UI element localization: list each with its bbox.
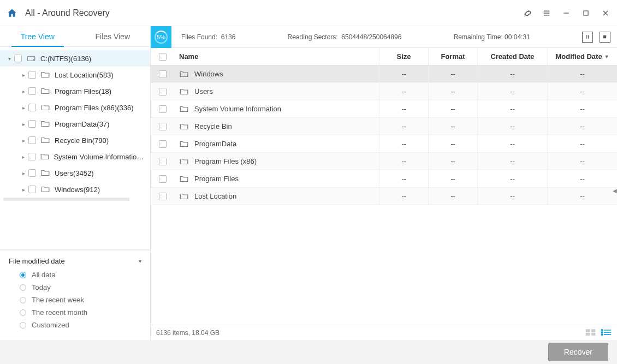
app-title: All - Around Recovery	[25, 8, 522, 18]
table-row[interactable]: Recycle Bin--------	[151, 118, 617, 135]
checkbox[interactable]	[159, 70, 167, 78]
header-name[interactable]: Name	[175, 48, 379, 65]
svg-rect-11	[601, 331, 603, 333]
table-footer: 6136 items, 18.04 GB	[151, 325, 617, 340]
cell-format: --	[428, 100, 477, 117]
svg-rect-1	[584, 10, 588, 15]
cell-created: --	[477, 135, 547, 152]
filter-option[interactable]: The recent week	[9, 296, 141, 304]
checkbox[interactable]	[28, 169, 36, 177]
grid-view-button[interactable]	[585, 329, 596, 337]
radio[interactable]	[20, 284, 26, 291]
stop-button[interactable]	[600, 32, 610, 43]
svg-rect-5	[586, 329, 590, 332]
tree-item[interactable]: ▸ProgramData(37)	[0, 116, 150, 132]
table-row[interactable]: ProgramData--------	[151, 135, 617, 153]
filter-title: File modified date	[9, 257, 65, 265]
checkbox[interactable]	[159, 158, 167, 165]
close-button[interactable]	[601, 8, 610, 18]
key-icon[interactable]	[522, 8, 532, 18]
list-view-button[interactable]	[601, 329, 612, 337]
tab-files-view[interactable]: Files View	[75, 26, 151, 46]
checkbox[interactable]	[14, 55, 22, 62]
chevron-right-icon[interactable]: ▸	[20, 169, 27, 177]
chevron-right-icon[interactable]: ▸	[20, 71, 27, 79]
cell-name: Program Files (x86)	[194, 157, 257, 165]
checkbox[interactable]	[28, 186, 36, 193]
header-size[interactable]: Size	[379, 48, 428, 65]
tree-item[interactable]: ▸Users(3452)	[0, 165, 150, 181]
tree-item[interactable]: ▸System Volume Information(6)	[0, 148, 150, 165]
pause-button[interactable]	[582, 32, 593, 43]
maximize-button[interactable]	[581, 8, 591, 18]
radio[interactable]	[20, 272, 26, 278]
filter-option[interactable]: Customized	[9, 321, 141, 329]
chevron-right-icon[interactable]: ▸	[20, 120, 27, 128]
recover-button[interactable]: Recover	[548, 343, 608, 361]
chevron-right-icon[interactable]: ▸	[20, 186, 27, 193]
header-format[interactable]: Format	[428, 48, 477, 65]
cell-format: --	[428, 188, 477, 205]
scrollbar[interactable]	[3, 198, 147, 201]
folder-icon	[40, 135, 50, 145]
checkbox[interactable]	[28, 104, 36, 111]
svg-rect-8	[591, 332, 596, 335]
checkbox[interactable]	[159, 175, 167, 183]
table-row[interactable]: System Volume Information--------	[151, 100, 617, 118]
folder-icon	[40, 70, 50, 80]
header-checkbox[interactable]	[151, 48, 175, 65]
checkbox[interactable]	[28, 71, 36, 79]
checkbox[interactable]	[28, 136, 36, 144]
checkbox[interactable]	[159, 123, 167, 130]
checkbox[interactable]	[159, 193, 167, 200]
cell-format: --	[428, 83, 477, 100]
menu-icon[interactable]	[542, 8, 551, 18]
tree-root-label: C:(NTFS)(6136)	[40, 55, 91, 63]
chevron-right-icon[interactable]: ▸	[20, 104, 27, 111]
filter-header[interactable]: File modified date ▾	[9, 257, 141, 265]
chevron-down-icon[interactable]: ▾	[5, 55, 13, 62]
home-icon[interactable]	[7, 8, 17, 19]
folder-icon	[179, 69, 189, 79]
cell-modified: --	[547, 83, 617, 100]
radio[interactable]	[20, 309, 26, 316]
tree-item[interactable]: ▸Lost Location(583)	[0, 67, 150, 83]
checkbox[interactable]	[159, 105, 167, 113]
checkbox[interactable]	[28, 120, 36, 128]
filter-option[interactable]: Today	[9, 283, 141, 291]
tree-item[interactable]: ▸Program Files (x86)(336)	[0, 99, 150, 116]
minimize-button[interactable]	[561, 8, 571, 18]
chevron-right-icon[interactable]: ▸	[20, 87, 27, 95]
folder-icon	[40, 152, 50, 162]
filter-option-label: The recent week	[32, 296, 84, 304]
radio[interactable]	[20, 322, 26, 329]
tree-item[interactable]: ▸Windows(912)	[0, 181, 150, 198]
tree-root[interactable]: ▾ C:(NTFS)(6136)	[0, 50, 150, 67]
cell-modified: --	[547, 118, 617, 135]
filter-option[interactable]: The recent month	[9, 308, 141, 317]
header-modified[interactable]: Modified Date▼	[547, 48, 617, 65]
radio[interactable]	[20, 297, 26, 303]
checkbox[interactable]	[28, 153, 35, 160]
table-row[interactable]: Program Files (x86)--------	[151, 153, 617, 170]
spinner-icon	[155, 31, 168, 44]
window-controls	[522, 8, 610, 18]
table-row[interactable]: Program Files--------	[151, 170, 617, 188]
svg-rect-14	[604, 334, 611, 335]
cell-modified: --	[547, 65, 617, 82]
checkbox[interactable]	[28, 87, 36, 95]
header-created[interactable]: Created Date	[477, 48, 547, 65]
chevron-right-icon[interactable]: ▸	[19, 153, 27, 160]
checkbox[interactable]	[159, 88, 167, 96]
remaining-time: Remaining Time: 00:04:31	[454, 33, 530, 41]
panel-collapse-toggle[interactable]: ◀	[613, 188, 617, 196]
chevron-right-icon[interactable]: ▸	[20, 136, 27, 144]
table-row[interactable]: Lost Location--------	[151, 188, 617, 205]
table-row[interactable]: Users--------	[151, 83, 617, 100]
tab-tree-view[interactable]: Tree View	[0, 26, 75, 46]
filter-option[interactable]: All data	[9, 271, 141, 279]
tree-item[interactable]: ▸Recycle Bin(790)	[0, 132, 150, 148]
checkbox[interactable]	[159, 140, 167, 148]
tree-item[interactable]: ▸Program Files(18)	[0, 83, 150, 99]
table-row[interactable]: Windows--------	[151, 65, 617, 83]
